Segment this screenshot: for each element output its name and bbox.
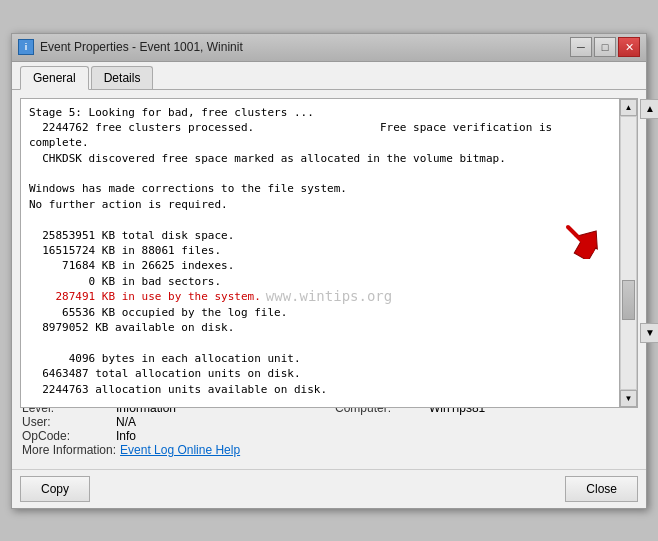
close-button[interactable]: Close	[565, 476, 638, 502]
window-title: Event Properties - Event 1001, Wininit	[40, 40, 243, 54]
tab-details[interactable]: Details	[91, 66, 154, 89]
log-line-18	[29, 401, 611, 407]
log-line-0: Stage 5: Looking for bad, free clusters …	[29, 105, 611, 120]
scrollbar[interactable]: ▲ ▼	[619, 99, 637, 407]
log-line-13: 8979052 KB available on disk.	[29, 320, 611, 335]
log-line-9: 71684 KB in 26625 indexes.	[29, 258, 611, 273]
more-info-label: More Information:	[22, 443, 116, 457]
more-info-row: More Information: Event Log Online Help	[22, 443, 323, 457]
log-line-8: 16515724 KB in 88061 files.	[29, 243, 611, 258]
event-log-online-help-link[interactable]: Event Log Online Help	[120, 443, 240, 457]
log-line-1: 2244762 free clusters processed. Free sp…	[29, 120, 611, 151]
opcode-row: OpCode: Info	[22, 429, 323, 443]
tabs-bar: General Details	[12, 62, 646, 90]
scroll-track[interactable]	[620, 116, 637, 390]
log-line-2: CHKDSK discovered free space marked as a…	[29, 151, 611, 166]
log-line-5: No further action is required.	[29, 197, 611, 212]
title-bar: i Event Properties - Event 1001, Wininit…	[12, 34, 646, 62]
content-area: Stage 5: Looking for bad, free clusters …	[12, 90, 646, 469]
side-down-arrow[interactable]: ▼	[640, 323, 658, 343]
scroll-down-arrow[interactable]: ▼	[620, 390, 637, 407]
log-line-14	[29, 335, 611, 350]
title-bar-left: i Event Properties - Event 1001, Wininit	[18, 39, 243, 55]
scroll-thumb[interactable]	[622, 280, 635, 320]
opcode-value: Info	[116, 429, 136, 443]
event-properties-window: i Event Properties - Event 1001, Wininit…	[11, 33, 647, 509]
log-line-10: 0 KB in bad sectors.	[29, 274, 611, 289]
opcode-label: OpCode:	[22, 429, 112, 443]
close-title-button[interactable]: ✕	[618, 37, 640, 57]
log-line-3	[29, 166, 611, 181]
log-line-15: 4096 bytes in each allocation unit.	[29, 351, 611, 366]
log-line-4: Windows has made corrections to the file…	[29, 181, 611, 196]
user-row: User: N/A	[22, 415, 323, 429]
event-log-box: Stage 5: Looking for bad, free clusters …	[20, 98, 638, 408]
log-line-11: 287491 KB in use by the system.	[29, 289, 611, 304]
log-text-area: Stage 5: Looking for bad, free clusters …	[21, 99, 619, 407]
log-line-7: 25853951 KB total disk space.	[29, 228, 611, 243]
scroll-up-arrow[interactable]: ▲	[620, 99, 637, 116]
user-label: User:	[22, 415, 112, 429]
user-value: N/A	[116, 415, 136, 429]
log-line-17: 2244763 allocation units available on di…	[29, 382, 611, 397]
minimize-button[interactable]: ─	[570, 37, 592, 57]
tab-general[interactable]: General	[20, 66, 89, 90]
log-line-16: 6463487 total allocation units on disk.	[29, 366, 611, 381]
bottom-bar: Copy Close	[12, 469, 646, 508]
maximize-button[interactable]: □	[594, 37, 616, 57]
log-line-6	[29, 212, 611, 227]
title-controls: ─ □ ✕	[570, 37, 640, 57]
copy-button[interactable]: Copy	[20, 476, 90, 502]
side-up-arrow[interactable]: ▲	[640, 99, 658, 119]
red-arrow-indicator	[560, 219, 600, 259]
window-icon: i	[18, 39, 34, 55]
log-line-12: 65536 KB occupied by the log file.	[29, 305, 611, 320]
